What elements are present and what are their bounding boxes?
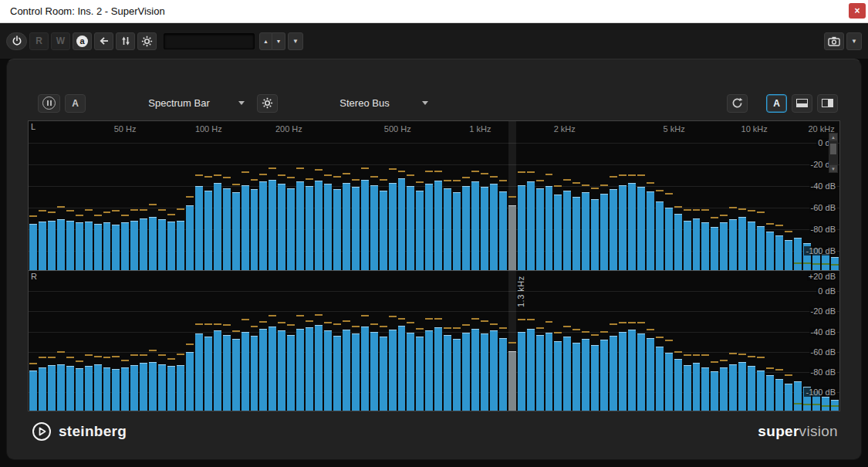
spectrum-bar: [637, 333, 645, 411]
bar-column: [554, 271, 562, 411]
peak-hold-marker: [481, 173, 488, 174]
spectrum-bar: [103, 222, 111, 270]
title-bar[interactable]: Control Room: Ins. 2 - SuperVision ×: [0, 0, 868, 23]
peak-hold-marker: [434, 318, 442, 320]
split-right-button[interactable]: [817, 94, 838, 113]
module-settings-button[interactable]: [257, 94, 278, 113]
bar-column: [637, 271, 645, 411]
routing-button[interactable]: [116, 32, 135, 50]
bar-column: [140, 271, 147, 411]
chevron-down-icon: [238, 101, 245, 105]
bar-column: [720, 271, 728, 411]
spectrum-bar: [748, 366, 755, 411]
copy-setup-button[interactable]: [94, 32, 113, 50]
spectrum-bar: [738, 362, 746, 411]
bar-column: [701, 121, 709, 270]
window-menu-button[interactable]: ▼: [846, 32, 862, 50]
module-select[interactable]: Spectrum Bar: [106, 94, 252, 113]
spectrum-bar: [39, 222, 46, 270]
scrollbar-thumb[interactable]: [830, 144, 836, 154]
bar-column: [204, 121, 212, 270]
spectrum-panel-l[interactable]: L0 dB-20 dB-40 dB-60 dB-80 dB-100 dB50 H…: [29, 121, 839, 270]
peak-hold-marker: [803, 262, 811, 264]
bar-column: [361, 271, 369, 411]
bar-column: [324, 121, 332, 270]
spectrum-bar: [278, 330, 285, 411]
ab-setup-button[interactable]: a: [73, 32, 92, 50]
peak-hold-marker: [471, 171, 479, 172]
peak-hold-marker: [775, 225, 783, 226]
spectrum-bar: [380, 337, 387, 411]
auto-button[interactable]: A: [766, 94, 787, 113]
spectrum-bar: [794, 238, 802, 270]
spectrum-bar: [333, 336, 341, 411]
spectrum-bar: [536, 188, 544, 270]
plugin-picture-button[interactable]: [824, 32, 844, 50]
scrollbar-track[interactable]: [829, 141, 838, 164]
split-bottom-button[interactable]: [792, 94, 812, 113]
spectrum-bar: [729, 364, 737, 411]
spectrum-bar: [684, 221, 691, 270]
bar-column: [582, 121, 589, 270]
scroll-up-icon[interactable]: ▲: [829, 133, 838, 141]
spectrum-bar: [324, 184, 332, 270]
frequency-tick-label: 1 kHz: [469, 124, 491, 134]
frequency-tick-label: 500 Hz: [384, 124, 411, 134]
spectrum-bar: [674, 214, 682, 270]
bar-column: [85, 121, 93, 270]
preset-prev-button[interactable]: ▲: [259, 32, 272, 50]
peak-hold-marker: [287, 324, 295, 326]
bar-column: [223, 121, 231, 270]
close-button[interactable]: ×: [849, 3, 866, 19]
bar-column: [251, 121, 258, 270]
peak-hold-marker: [130, 354, 138, 356]
pause-button[interactable]: [38, 94, 60, 113]
spectrum-bar: [490, 330, 498, 411]
peak-hold-marker: [352, 326, 360, 327]
write-automation-button[interactable]: W: [51, 32, 70, 50]
bar-column: [554, 121, 562, 270]
up-triangle-icon: ▲: [263, 39, 269, 44]
peak-hold-marker: [269, 168, 276, 169]
spectrum-bar: [729, 219, 737, 270]
bar-column: [94, 271, 102, 411]
bar-column: [370, 121, 378, 270]
bar-column: [112, 271, 120, 411]
bar-column: [352, 271, 360, 411]
scroll-down-icon[interactable]: ▼: [829, 164, 838, 173]
spectrum-bar: [389, 330, 397, 411]
plugin-toolbar: R W a: [0, 23, 868, 59]
spectrum-bar: [121, 367, 129, 411]
spectrum-bar: [471, 181, 479, 270]
peak-hold-marker: [167, 214, 175, 215]
reset-button[interactable]: [727, 94, 748, 113]
preset-next-button[interactable]: ▼: [272, 32, 285, 50]
a-setup-button[interactable]: A: [65, 94, 86, 113]
spectrum-bar: [269, 180, 276, 270]
read-automation-button[interactable]: R: [29, 32, 49, 50]
spectrum-bar: [149, 362, 157, 411]
activate-button[interactable]: [6, 32, 27, 50]
peak-hold-marker: [407, 322, 414, 323]
settings-button[interactable]: [137, 32, 157, 50]
spectrum-display[interactable]: ▲ ▼ 1.3 kHz L0 dB-20 dB-40 dB-60 dB-80 d…: [28, 120, 840, 411]
bar-column: [674, 271, 682, 411]
spectrum-bar: [296, 329, 304, 411]
db-scale-label: -60 dB: [809, 203, 837, 212]
bars-layer: [29, 271, 839, 411]
preset-name-field[interactable]: [164, 33, 255, 49]
bar-column: [434, 121, 442, 270]
peak-hold-marker: [186, 343, 194, 345]
spectrum-bar: [380, 191, 387, 270]
spectrum-panel-r[interactable]: R+20 dB0 dB-20 dB-40 dB-60 dB-80 dB-100 …: [29, 270, 839, 411]
channel-select[interactable]: Stereo Bus: [293, 94, 436, 113]
refresh-icon: [731, 97, 743, 109]
peak-hold-marker: [674, 206, 682, 208]
scale-scrollbar[interactable]: ▲ ▼: [829, 133, 838, 173]
peak-hold-marker: [518, 171, 525, 173]
peak-hold-marker: [572, 182, 580, 184]
bar-column: [259, 121, 267, 270]
preset-menu-button[interactable]: ▼: [288, 32, 303, 50]
bar-column: [610, 121, 617, 270]
spectrum-bar: [665, 353, 673, 411]
